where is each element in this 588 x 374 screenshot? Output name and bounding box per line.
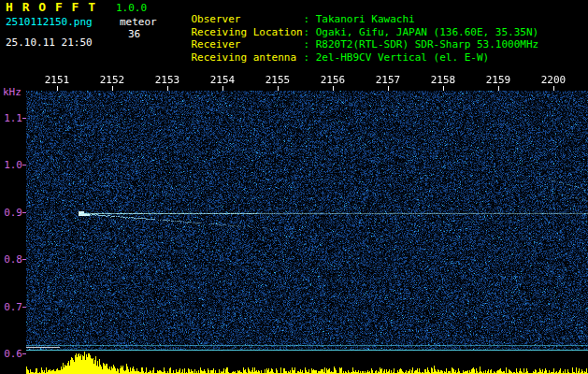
freq-tick-mark (22, 307, 26, 308)
info-label: Receiving antenna (192, 52, 304, 64)
observation-timestamp: 25.10.11 21:50 (6, 37, 93, 49)
time-tick-label: 2157 (374, 75, 402, 86)
time-tick-label: 2154 (208, 75, 237, 86)
time-tick-label: 2151 (43, 75, 71, 86)
time-tick-label: 2155 (264, 75, 292, 86)
output-filename: 2510112150.png (6, 17, 93, 28)
time-tick-label: 2159 (484, 75, 512, 86)
freq-tick-label: 0.6 (2, 349, 22, 360)
time-tick-label: 2156 (319, 75, 347, 86)
freq-tick-mark (22, 165, 26, 165)
app-title: H R O F F T (6, 2, 96, 13)
time-tick-label: 2152 (98, 75, 126, 86)
observation-mode: meteor (120, 17, 157, 28)
freq-tick-label: 0.9 (2, 208, 22, 219)
spectrogram-canvas (26, 75, 588, 374)
freq-tick-mark (22, 118, 26, 119)
freq-tick-label: 0.8 (2, 254, 22, 266)
info-row-antenna: Receiving antenna: 2el-HB9CV Vertical (e… (166, 41, 489, 75)
freq-axis-unit-label: kHz (3, 87, 22, 98)
freq-tick-mark (22, 353, 26, 354)
freq-tick-mark (22, 259, 26, 260)
app-version: 1.0.0 (116, 3, 147, 14)
info-value: : 2el-HB9CV Vertical (el. E-W) (304, 51, 490, 64)
freq-tick-mark (22, 212, 26, 213)
time-tick-label: 2153 (153, 75, 181, 86)
freq-tick-label: 1.1 (2, 113, 22, 124)
echo-count: 36 (128, 29, 140, 40)
time-tick-label: 2200 (539, 75, 567, 86)
time-tick-label: 2158 (429, 75, 457, 86)
hrofft-screenshot: H R O F F T 1.0.0 2510112150.png meteor … (0, 0, 588, 374)
freq-tick-label: 1.0 (2, 160, 22, 171)
freq-tick-label: 0.7 (2, 302, 22, 313)
